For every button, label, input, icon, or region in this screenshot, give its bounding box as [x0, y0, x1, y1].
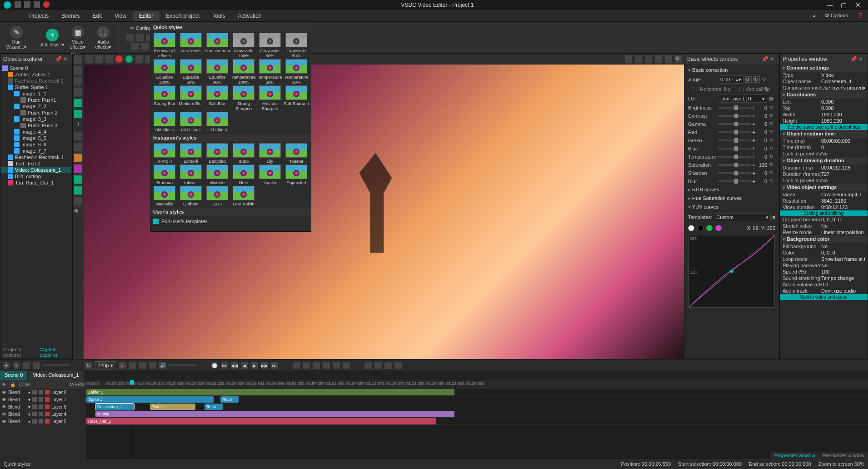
align-icon[interactable]: [665, 55, 672, 63]
templates-menu-icon[interactable]: ≡: [773, 215, 775, 220]
timeline-clip[interactable]: Sprite 1: [86, 396, 214, 403]
tool-icon[interactable]: [136, 34, 144, 41]
property-hint-button[interactable]: Split to video and audio: [780, 294, 868, 300]
style-thumbnail[interactable]: Toaster: [284, 143, 309, 164]
green-slider[interactable]: [718, 140, 751, 141]
property-section[interactable]: Object drawing duration: [780, 157, 868, 165]
tree-node[interactable]: Zähler: Zähler 1: [1, 71, 71, 78]
channel-green[interactable]: [706, 225, 713, 231]
prev-frame-icon[interactable]: ◀◀: [231, 362, 238, 369]
tool-button[interactable]: [33, 362, 40, 369]
align-icon[interactable]: [625, 55, 632, 63]
property-hint-button[interactable]: Set the same size as the parent has: [780, 124, 868, 130]
menu-projects[interactable]: Projects: [23, 11, 55, 21]
style-thumbnail[interactable]: Earlybird: [205, 143, 230, 164]
style-thumbnail[interactable]: Old Film 3: [205, 112, 230, 132]
channel-black[interactable]: [697, 225, 703, 231]
rgb-curves-section[interactable]: RGB curves: [686, 185, 777, 194]
accept-icon[interactable]: [125, 55, 133, 63]
timeline-clip[interactable]: Rech: [205, 404, 223, 410]
property-row[interactable]: Loop modeShow last frame at the: [780, 256, 868, 262]
expand-ribbon-icon[interactable]: ▴: [808, 11, 820, 20]
volume-slider[interactable]: [169, 364, 196, 366]
marker-icon[interactable]: [333, 362, 340, 369]
tool-button[interactable]: [23, 362, 30, 369]
tool-icon[interactable]: [141, 43, 149, 50]
property-row[interactable]: Time (frame)0: [780, 144, 868, 150]
style-thumbnail[interactable]: Soft Sharpen: [284, 85, 309, 111]
tab-resources-window[interactable]: Resources window: [819, 452, 868, 459]
line-tool-icon[interactable]: [74, 88, 82, 96]
scene-tab[interactable]: Scene 0: [0, 371, 27, 380]
gamma-slider[interactable]: [718, 123, 751, 125]
tool-icon[interactable]: [74, 110, 82, 118]
tree-node[interactable]: Image: 6_6: [1, 141, 71, 148]
property-row[interactable]: Audio volume (dB)0.0: [780, 281, 868, 288]
property-row[interactable]: Time (ms)00:00:00.000: [780, 138, 868, 144]
style-thumbnail[interactable]: Grayscale 80%: [257, 33, 283, 58]
style-thumbnail[interactable]: Old Film 1: [152, 112, 177, 132]
layer-row[interactable]: 👁Blend▾Layer 7: [0, 396, 86, 403]
tree-node[interactable]: Text: Text 2: [1, 160, 71, 167]
style-thumbnail[interactable]: Strong Sharpen: [231, 85, 256, 111]
style-thumbnail[interactable]: Poprocket: [284, 165, 309, 185]
style-thumbnail[interactable]: Walden: [205, 165, 230, 185]
reset-icon[interactable]: ⟲: [769, 121, 775, 127]
style-thumbnail[interactable]: Soft Blur: [205, 85, 230, 111]
minimize-button[interactable]: —: [823, 1, 836, 9]
property-row[interactable]: Resize modeLinear interpolation: [780, 229, 868, 235]
style-thumbnail[interactable]: Hefe: [231, 165, 256, 185]
tree-node[interactable]: Sprite: Sprite 1: [1, 84, 71, 90]
close-panel-icon[interactable]: ✕: [770, 56, 776, 62]
property-row[interactable]: Resolution3840; 2160: [780, 198, 868, 204]
add-button[interactable]: +: [3, 362, 10, 369]
split-icon[interactable]: [374, 362, 382, 369]
tab-projects-explorer[interactable]: Projects explorer: [0, 346, 37, 359]
style-thumbnail[interactable]: Grayscale 100%: [231, 33, 256, 58]
tree-node[interactable]: Image: 1_1: [1, 90, 71, 97]
prev-icon[interactable]: ◀: [241, 362, 248, 369]
timeline-tracks[interactable]: 00.00000:05.20500:10.41000:15.61500:20.8…: [86, 380, 868, 459]
style-thumbnail[interactable]: Medium Blur: [178, 85, 204, 111]
property-row[interactable]: Lock to parent duNo: [780, 150, 868, 157]
tab-properties-window[interactable]: Properties window: [771, 452, 819, 459]
tree-node[interactable]: Scene 0: [1, 65, 71, 71]
style-thumbnail[interactable]: Inkwell: [178, 165, 204, 185]
tree-node[interactable]: Image: 3_3: [1, 116, 71, 122]
timeline-track[interactable]: Sprite 1Rech: [86, 396, 868, 403]
tool-icon[interactable]: [74, 165, 82, 173]
layer-row[interactable]: 👁Blend▾Layer 6: [0, 403, 86, 410]
cut-icon[interactable]: [85, 55, 93, 63]
blue-slider[interactable]: [718, 148, 751, 150]
timeline-clip[interactable]: Text 2: [150, 404, 195, 410]
reset-icon[interactable]: ⟲: [769, 105, 775, 111]
options-button[interactable]: ⚙ Options: [820, 11, 853, 20]
style-thumbnail[interactable]: Gotham: [178, 186, 204, 206]
marker-icon[interactable]: [293, 362, 300, 369]
style-thumbnail[interactable]: Strong Blur: [152, 85, 177, 111]
tool-icon[interactable]: [74, 154, 82, 162]
remove-button[interactable]: −: [13, 362, 20, 369]
property-section[interactable]: Common settings: [780, 64, 868, 72]
brightness-slider[interactable]: [718, 107, 751, 109]
tree-node[interactable]: Image: 7_7: [1, 148, 71, 154]
gear-icon[interactable]: ⚙: [675, 55, 682, 63]
timeline-clip[interactable]: cutting: [95, 411, 454, 417]
tool-icon[interactable]: [74, 186, 82, 195]
style-thumbnail[interactable]: Brannan: [152, 165, 177, 185]
style-thumbnail[interactable]: Nashville: [152, 186, 177, 206]
property-row[interactable]: Width1920.000: [780, 111, 868, 118]
property-row[interactable]: Sound stretching mTempo change: [780, 275, 868, 281]
property-row[interactable]: Composition modeUse layer's properties: [780, 85, 868, 91]
basic-correction-section[interactable]: Basic correction: [686, 66, 777, 75]
align-icon[interactable]: [655, 55, 662, 63]
menu-tools[interactable]: Tools: [206, 11, 231, 21]
property-row[interactable]: Cropped borders0; 0; 0; 0: [780, 216, 868, 223]
horizontal-flip-checkbox[interactable]: Horizontal flip: [692, 85, 732, 93]
move-tool-icon[interactable]: ✥: [74, 208, 82, 216]
channel-magenta[interactable]: [715, 225, 722, 231]
run-wizard-button[interactable]: ✎Run Wizard...▾: [4, 24, 29, 52]
property-row[interactable]: Color0; 0; 0: [780, 249, 868, 256]
reset-icon[interactable]: ⟲: [769, 137, 775, 144]
style-thumbnail[interactable]: Equalize 100%: [152, 59, 177, 85]
